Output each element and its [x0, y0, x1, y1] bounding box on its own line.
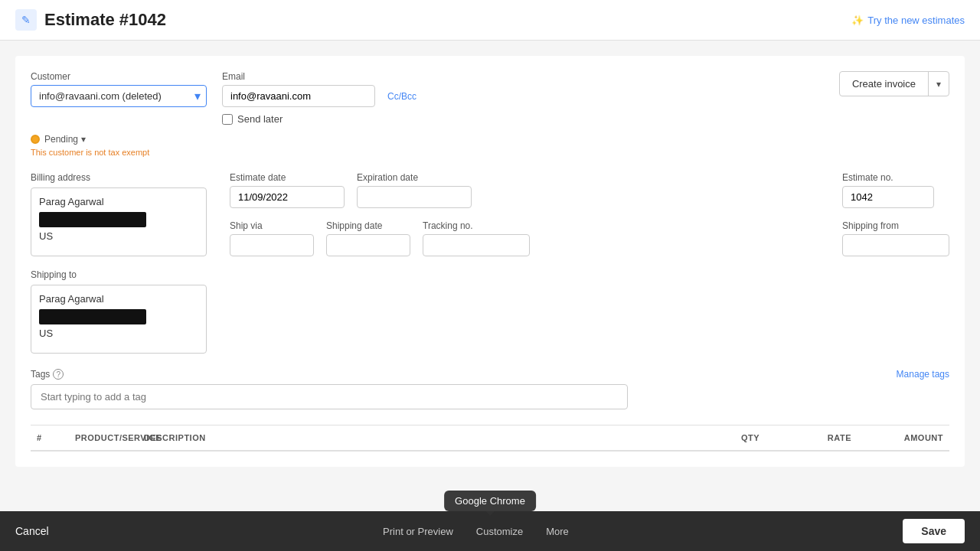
form-section: Customer ▾ Email Cc/Bcc — [15, 56, 965, 467]
bottom-bar: Cancel Print or Preview Customize More G… — [0, 511, 980, 551]
page-title: Estimate #1042 — [44, 10, 166, 30]
col-product: PRODUCT/SERVICE — [69, 433, 138, 442]
customer-input-wrapper: ▾ — [31, 85, 207, 107]
shipping-to-country: US — [39, 326, 198, 342]
billing-country: US — [39, 229, 198, 245]
try-new-estimates-link[interactable]: ✨ Try the new estimates — [851, 15, 965, 26]
estimate-date-input[interactable] — [230, 186, 345, 208]
address-date-row: Billing address Parag Agarwal US Estimat… — [31, 172, 949, 256]
col-spacer — [413, 433, 689, 442]
create-invoice-area: Create invoice ▾ — [839, 71, 949, 96]
more-link[interactable]: More — [546, 526, 569, 537]
status-badge: Pending ▾ — [44, 134, 86, 145]
billing-redacted-1 — [39, 212, 146, 227]
tags-input[interactable] — [31, 384, 628, 409]
col-rate: RATE — [766, 433, 858, 442]
billing-name: Parag Agarwal — [39, 194, 198, 210]
col-hash: # — [31, 433, 69, 442]
right-fields: Estimate no. Shipping from — [842, 172, 949, 256]
shipping-to-name: Parag Agarwal — [39, 292, 198, 308]
shipping-from-field: Shipping from — [842, 220, 949, 256]
create-invoice-button[interactable]: Create invoice ▾ — [839, 71, 949, 96]
billing-section: Billing address Parag Agarwal US — [31, 172, 207, 256]
estimate-no-label: Estimate no. — [842, 172, 949, 183]
email-input[interactable] — [222, 85, 375, 107]
cancel-button[interactable]: Cancel — [15, 519, 49, 543]
shipping-to-address-box: Parag Agarwal US — [31, 285, 207, 354]
date-fields-column: Estimate date Expiration date Ship via — [230, 172, 530, 256]
manage-tags-link[interactable]: Manage tags — [897, 369, 949, 380]
estimate-no-input[interactable] — [842, 186, 934, 208]
print-preview-link[interactable]: Print or Preview — [383, 526, 453, 537]
shipping-to-redacted — [39, 309, 146, 324]
ship-via-input[interactable] — [230, 234, 314, 256]
tax-exempt-note: This customer is not tax exempt — [31, 148, 949, 157]
email-field-container: Email Cc/Bcc Send later — [222, 71, 416, 125]
tags-section: Tags ? Manage tags — [31, 369, 949, 409]
email-top-row: Email Cc/Bcc — [222, 71, 416, 107]
magic-icon: ✨ — [851, 15, 864, 26]
title-area: ✎ Estimate #1042 — [15, 9, 166, 31]
col-description: DESCRIPTION — [138, 433, 413, 442]
top-right-area: ✨ Try the new estimates — [851, 15, 965, 26]
col-amount: AMOUNT — [858, 433, 949, 442]
tracking-no-label: Tracking no. — [423, 220, 530, 231]
customer-input[interactable] — [31, 85, 207, 107]
top-bar: ✎ Estimate #1042 ✨ Try the new estimates — [0, 0, 980, 41]
send-later-row: Send later — [222, 113, 416, 125]
shipping-row: Ship via Shipping date Tracking no. — [230, 220, 530, 256]
expiration-date-input[interactable] — [357, 186, 472, 208]
tracking-no-field: Tracking no. — [423, 220, 530, 256]
col-qty: QTY — [689, 433, 766, 442]
ship-via-label: Ship via — [230, 220, 314, 231]
ship-via-field: Ship via — [230, 220, 314, 256]
customer-label: Customer — [31, 71, 207, 82]
email-label: Email — [222, 71, 416, 82]
tags-label-text: Tags — [31, 369, 50, 380]
customize-link[interactable]: Customize — [476, 526, 523, 537]
status-row: Pending ▾ — [31, 134, 949, 145]
table-header: # PRODUCT/SERVICE DESCRIPTION QTY RATE A… — [31, 425, 949, 452]
shipping-to-section: Shipping to Parag Agarwal US — [31, 269, 949, 354]
estimate-date-field: Estimate date — [230, 172, 345, 208]
cc-bcc-link[interactable]: Cc/Bcc — [387, 91, 416, 102]
shipping-to-label: Shipping to — [31, 269, 77, 280]
billing-address-box: Parag Agarwal US — [31, 187, 207, 256]
status-dot — [31, 135, 40, 144]
date-row-top: Estimate date Expiration date — [230, 172, 530, 208]
tags-label-group: Tags ? — [31, 369, 64, 380]
shipping-date-input[interactable] — [326, 234, 410, 256]
customer-email-row: Customer ▾ Email Cc/Bcc — [31, 71, 949, 125]
tags-help-icon[interactable]: ? — [53, 369, 64, 380]
create-invoice-dropdown-icon[interactable]: ▾ — [929, 72, 949, 96]
expiration-date-label: Expiration date — [357, 172, 472, 183]
tracking-no-input[interactable] — [423, 234, 530, 256]
estimate-no-field: Estimate no. — [842, 172, 949, 208]
estimate-date-label: Estimate date — [230, 172, 345, 183]
send-later-checkbox[interactable] — [222, 114, 233, 125]
table-header-section: # PRODUCT/SERVICE DESCRIPTION QTY RATE A… — [31, 425, 949, 452]
email-field-group: Email Cc/Bcc — [222, 71, 416, 107]
shipping-date-field: Shipping date — [326, 220, 410, 256]
customer-field-group: Customer ▾ — [31, 71, 207, 107]
main-content: Customer ▾ Email Cc/Bcc — [0, 41, 980, 511]
estimate-icon: ✎ — [15, 9, 37, 31]
shipping-date-label: Shipping date — [326, 220, 410, 231]
tags-label-row: Tags ? Manage tags — [31, 369, 949, 380]
create-invoice-main-label[interactable]: Create invoice — [840, 72, 929, 96]
status-dropdown-icon[interactable]: ▾ — [81, 134, 86, 145]
save-button[interactable]: Save — [903, 519, 965, 543]
shipping-from-input[interactable] — [842, 234, 949, 256]
send-later-label: Send later — [237, 113, 283, 125]
shipping-from-label: Shipping from — [842, 220, 949, 231]
bottom-actions: Print or Preview Customize More — [383, 526, 569, 537]
billing-label: Billing address — [31, 172, 207, 183]
expiration-date-field: Expiration date — [357, 172, 472, 208]
